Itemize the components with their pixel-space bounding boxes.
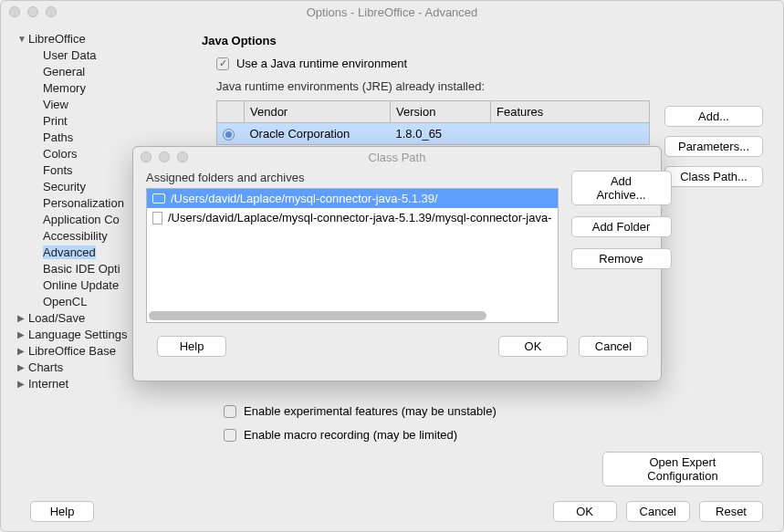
classpath-footer: Help OK Cancel xyxy=(133,332,661,368)
jre-col-vendor: Vendor xyxy=(245,101,391,123)
zoom-icon[interactable] xyxy=(177,151,188,162)
file-icon xyxy=(152,212,162,224)
experimental-checkbox[interactable] xyxy=(224,405,236,418)
tree-root-libreoffice[interactable]: ▼ LibreOffice xyxy=(14,30,183,47)
classpath-list-item[interactable]: /Users/david/Laplace/mysql-connector-jav… xyxy=(147,208,558,227)
tree-item-label: Online Update xyxy=(43,278,119,292)
titlebar: Options - LibreOffice - Advanced xyxy=(1,1,783,23)
disclosure-right-icon: ▶ xyxy=(17,329,28,339)
tree-item-memory[interactable]: Memory xyxy=(14,79,183,96)
classpath-titlebar: Class Path xyxy=(133,147,661,167)
jre-table-header: Vendor Version Features xyxy=(217,101,650,123)
macro-row[interactable]: Enable macro recording (may be limited) xyxy=(224,428,589,442)
jre-table[interactable]: Vendor Version Features Oracle Corporati… xyxy=(216,100,650,145)
reset-button[interactable]: Reset xyxy=(699,501,763,522)
jre-col-version: Version xyxy=(391,101,491,123)
tree-item-label: Paths xyxy=(43,130,73,144)
window-title: Options - LibreOffice - Advanced xyxy=(1,5,783,19)
close-icon[interactable] xyxy=(9,6,20,17)
tree-item-label: Memory xyxy=(43,81,86,95)
jre-col-features: Features xyxy=(491,101,650,123)
radio-selected-icon[interactable] xyxy=(223,129,235,141)
tree-item-label: Colors xyxy=(43,147,78,161)
classpath-title: Class Path xyxy=(133,151,661,164)
use-jre-row[interactable]: Use a Java runtime environment xyxy=(216,57,765,70)
tree-group-label: Charts xyxy=(28,360,63,374)
java-options-heading: Java Options xyxy=(202,34,765,47)
tree-item-user-data[interactable]: User Data xyxy=(14,47,183,63)
tree-item-view[interactable]: View xyxy=(14,96,183,112)
folder-icon xyxy=(152,193,165,203)
tree-item-label: Security xyxy=(43,180,86,193)
tree-item-label: Print xyxy=(43,114,68,128)
experimental-label: Enable experimental features (may be uns… xyxy=(244,404,497,418)
jre-row[interactable]: Oracle Corporation 1.8.0_65 xyxy=(217,123,650,145)
tree-item-label: Application Co xyxy=(43,213,120,226)
classpath-ok-button[interactable]: OK xyxy=(498,336,568,357)
classpath-list-label: Assigned folders and archives xyxy=(146,171,559,184)
tree-item-label: Advanced xyxy=(43,245,96,259)
disclosure-down-icon: ▼ xyxy=(17,34,28,44)
tree-group-label: LibreOffice Base xyxy=(28,344,116,358)
parameters-button[interactable]: Parameters... xyxy=(664,136,763,157)
tree-item-print[interactable]: Print xyxy=(14,112,183,129)
tree-item-label: Accessibility xyxy=(43,229,108,243)
disclosure-right-icon: ▶ xyxy=(17,379,28,389)
jre-vendor-cell: Oracle Corporation xyxy=(245,123,391,145)
help-button[interactable]: Help xyxy=(30,501,94,522)
tree-group-label: Internet xyxy=(28,377,68,391)
tree-item-label: View xyxy=(43,98,68,111)
tree-item-label: OpenCL xyxy=(43,295,87,308)
open-expert-button[interactable]: Open Expert Configuration xyxy=(602,452,763,486)
tree-item-label: Personalization xyxy=(43,196,124,210)
classpath-left: Assigned folders and archives /Users/dav… xyxy=(146,171,559,323)
ok-button[interactable]: OK xyxy=(553,501,617,522)
tree-group-label: Language Settings xyxy=(28,328,127,341)
tree-item-paths[interactable]: Paths xyxy=(14,129,183,145)
disclosure-right-icon: ▶ xyxy=(17,362,28,372)
use-jre-checkbox[interactable] xyxy=(216,57,229,70)
tree-item-general[interactable]: General xyxy=(14,63,183,79)
add-jre-button[interactable]: Add... xyxy=(664,106,763,127)
classpath-dialog: Class Path Assigned folders and archives… xyxy=(132,146,662,381)
macro-label: Enable macro recording (may be limited) xyxy=(244,428,457,442)
jre-features-cell xyxy=(491,123,650,145)
classpath-list-item[interactable]: /Users/david/Laplace/mysql-connector-jav… xyxy=(147,189,558,208)
zoom-icon[interactable] xyxy=(46,6,57,17)
minimize-icon[interactable] xyxy=(159,151,170,162)
add-folder-button[interactable]: Add Folder xyxy=(571,216,672,237)
disclosure-right-icon: ▶ xyxy=(17,346,28,356)
cancel-button[interactable]: Cancel xyxy=(626,501,690,522)
macro-checkbox[interactable] xyxy=(224,429,236,442)
classpath-body: Assigned folders and archives /Users/dav… xyxy=(133,167,661,332)
use-jre-label: Use a Java runtime environment xyxy=(236,57,407,70)
jre-version-cell: 1.8.0_65 xyxy=(391,123,491,145)
options-bottom-bar: Help OK Cancel Reset xyxy=(1,491,783,531)
classpath-cancel-button[interactable]: Cancel xyxy=(579,336,648,357)
minimize-icon[interactable] xyxy=(27,6,38,17)
close-icon[interactable] xyxy=(141,151,152,162)
tree-item-label: Basic IDE Opti xyxy=(43,262,120,276)
open-expert-wrap: Open Expert Configuration xyxy=(602,452,763,486)
tree-group-label: Load/Save xyxy=(28,311,85,325)
jre-col-select xyxy=(217,101,245,123)
remove-button[interactable]: Remove xyxy=(571,248,672,269)
tree-item-label: User Data xyxy=(43,48,97,62)
classpath-item-path: /Users/david/Laplace/mysql-connector-jav… xyxy=(168,211,552,224)
tree-root-label: LibreOffice xyxy=(28,32,86,46)
disclosure-right-icon: ▶ xyxy=(17,313,28,323)
jre-installed-label: Java runtime environments (JRE) already … xyxy=(216,79,765,93)
tree-item-label: General xyxy=(43,65,85,78)
horizontal-scrollbar[interactable] xyxy=(149,311,556,320)
classpath-list[interactable]: /Users/david/Laplace/mysql-connector-jav… xyxy=(146,188,559,323)
classpath-item-path: /Users/david/Laplace/mysql-connector-jav… xyxy=(171,192,438,205)
experimental-row[interactable]: Enable experimental features (may be uns… xyxy=(224,404,589,418)
tree-item-label: Fonts xyxy=(43,163,73,177)
classpath-right-buttons: Add Archive... Add Folder Remove xyxy=(571,171,672,323)
scrollbar-thumb[interactable] xyxy=(149,311,486,320)
java-side-buttons: Add... Parameters... Class Path... xyxy=(664,106,763,187)
classpath-help-button[interactable]: Help xyxy=(157,336,226,357)
jre-radio-cell[interactable] xyxy=(217,123,245,145)
classpath-button[interactable]: Class Path... xyxy=(664,166,763,187)
add-archive-button[interactable]: Add Archive... xyxy=(571,171,672,205)
